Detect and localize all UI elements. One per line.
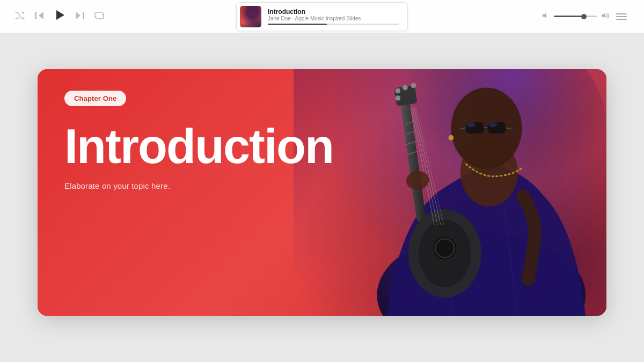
track-subtitle: Jane Doe · Apple Music Inspired Slides [268,16,399,21]
volume-thumb[interactable] [581,14,587,19]
volume-high-icon [601,12,610,21]
transport-controls [15,9,104,24]
svg-marker-6 [602,13,605,18]
slide-subtitle: Elaborate on your topic here. [64,181,333,190]
svg-marker-3 [76,12,80,19]
svg-point-23 [402,85,408,90]
volume-area [542,11,629,22]
progress-bar-fill [268,24,327,25]
progress-bar-container[interactable] [268,24,399,25]
svg-point-18 [449,135,454,140]
slide-card: Chapter One Introduction Elaborate on yo… [38,69,606,316]
album-thumbnail [240,6,261,27]
slide-person-image [294,69,606,316]
track-info: Introduction Jane Doe · Apple Music Insp… [268,8,399,25]
shuffle-button[interactable] [15,12,25,21]
svg-point-10 [451,87,522,169]
svg-point-17 [488,122,497,127]
main-area: Chapter One Introduction Elaborate on yo… [0,33,644,362]
slide-content: Chapter One Introduction Elaborate on yo… [64,91,333,190]
track-title: Introduction [268,8,399,16]
svg-marker-2 [56,10,64,20]
menu-line-2 [616,16,627,17]
menu-button[interactable] [614,11,629,22]
svg-point-24 [411,83,416,88]
track-display: Introduction Jane Doe · Apple Music Insp… [236,2,408,31]
svg-rect-1 [35,12,36,19]
volume-low-icon [542,12,550,21]
svg-point-31 [433,237,456,260]
svg-rect-4 [83,12,84,19]
top-bar: Introduction Jane Doe · Apple Music Insp… [0,0,644,33]
svg-point-21 [395,88,400,93]
prev-button[interactable] [34,11,44,22]
svg-marker-0 [39,12,43,19]
svg-point-16 [467,122,475,127]
next-button[interactable] [75,11,85,22]
svg-marker-5 [543,13,546,18]
menu-line-3 [616,19,627,20]
chapter-badge: Chapter One [64,91,126,106]
volume-slider[interactable] [554,16,597,17]
play-button[interactable] [54,9,65,24]
menu-line-1 [616,13,627,14]
slide-title: Introduction [64,122,333,171]
volume-fill [554,16,584,17]
repeat-button[interactable] [94,12,104,21]
svg-point-22 [395,95,400,100]
